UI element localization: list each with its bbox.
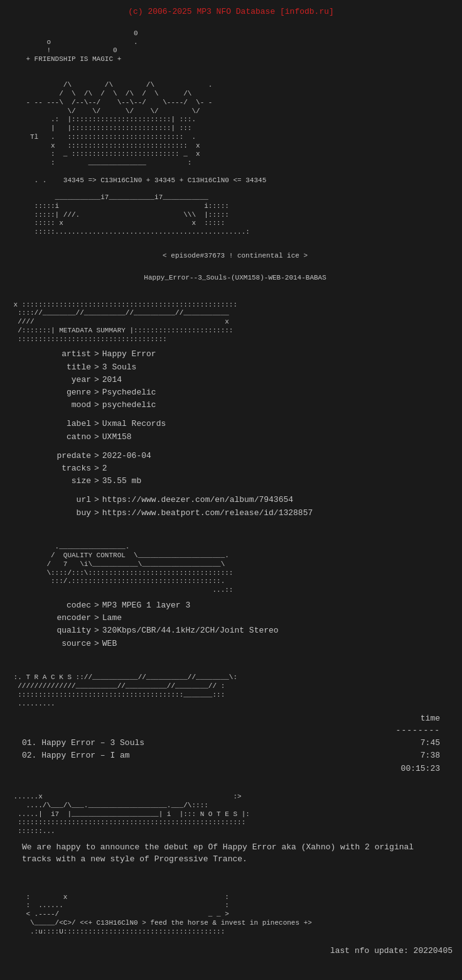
predate-label: predate [28, 450, 91, 462]
track-2-time: 7:38 [402, 750, 440, 761]
url-value: https://www.deezer.com/en/album/7943654 [102, 494, 293, 506]
catno-value: UXM158 [102, 432, 132, 443]
source-value: WEB [102, 638, 117, 650]
metadata-banner-art: x ::::::::::::::::::::::::::::::::::::::… [9, 292, 453, 344]
predate-row: predate > 2022-06-04 [28, 450, 453, 462]
source-label: source [28, 638, 91, 650]
url-label: url [28, 494, 91, 506]
tracks-banner-art: :. T R A C K S :://___________//________… [9, 665, 453, 709]
last-nfo-update: last nfo update: 20220405 [330, 946, 453, 956]
title-label: title [28, 362, 91, 373]
size-value: 35.55 mb [102, 476, 141, 487]
tracks-section: time -------- 01. Happy Error – 3 Souls … [22, 713, 440, 775]
catno-label: catno [28, 432, 91, 443]
footer: last nfo update: 20220405 [9, 945, 453, 957]
release-name: Happy_Error--3_Souls-(UXM158)-WEB-2014-B… [9, 265, 453, 283]
bottom-ascii-art: : x : : ...... : < .----/ _ _ > \_____/<… [9, 885, 453, 937]
encoder-row: encoder > Lame [28, 612, 453, 624]
notes-banner-art: ......x :> ..../\___/\___.______________… [9, 784, 453, 836]
size-label: size [28, 476, 91, 487]
artist-row: artist > Happy Error [28, 349, 453, 360]
notes-text: We are happy to announce the debut ep Of… [22, 841, 440, 866]
year-value: 2014 [102, 374, 122, 386]
tracks-total: 00:15:23 [401, 763, 440, 775]
quality-banner-art: .________________. / QUALITY CONTROL \__… [9, 535, 453, 595]
predate-value: 2022-06-04 [102, 450, 151, 462]
label-value: Uxmal Records [102, 418, 166, 430]
episode-line: < episode#37673 ! continental ice > [9, 243, 453, 261]
genre-value: Psychedelic [102, 387, 156, 398]
label-label: label [28, 418, 91, 430]
artist-label: artist [28, 349, 91, 360]
artist-value: Happy Error [102, 349, 156, 360]
tracks-total-row: 00:15:23 [22, 763, 440, 775]
encoder-value: Lame [102, 612, 122, 624]
year-label: year [28, 374, 91, 386]
track-row-1: 01. Happy Error – 3 Souls 7:45 [22, 738, 440, 749]
tracks-time-header: time [22, 713, 440, 724]
quality-detail-label: quality [28, 625, 91, 636]
codec-label: codec [28, 600, 91, 611]
codec-value: MP3 MPEG 1 layer 3 [102, 600, 190, 611]
genre-label: genre [28, 387, 91, 398]
buy-label: buy [28, 508, 91, 519]
quality-section: codec > MP3 MPEG 1 layer 3 encoder > Lam… [28, 600, 453, 650]
source-row: source > WEB [28, 638, 453, 650]
buy-value: https://www.beatport.com/release/id/1328… [102, 508, 313, 519]
mood-value: psychedelic [102, 400, 156, 411]
mood-label: mood [28, 400, 91, 411]
label-row: label > Uxmal Records [28, 418, 453, 430]
title-row: title > 3 Souls [28, 362, 453, 373]
catno-row: catno > UXM158 [28, 432, 453, 443]
tracks-count-row: tracks > 2 [28, 463, 453, 474]
title-value: 3 Souls [102, 362, 137, 373]
encoder-label: encoder [28, 612, 91, 624]
quality-detail-value: 320Kbps/CBR/44.1kHz/2CH/Joint Stereo [102, 625, 279, 636]
mood-row: mood > psychedelic [28, 400, 453, 411]
header-credit: (c) 2006-2025 MP3 NFO Database [infodb.r… [9, 6, 453, 18]
tracks-count-value: 2 [102, 463, 107, 474]
track-row-2: 02. Happy Error – I am 7:38 [22, 750, 440, 761]
metadata-section: artist > Happy Error title > 3 Souls yea… [28, 349, 453, 518]
track-1-info: 01. Happy Error – 3 Souls [22, 738, 144, 749]
tracks-divider: -------- [22, 725, 440, 736]
url-row: url > https://www.deezer.com/en/album/79… [28, 494, 453, 506]
top-ascii-art: 0 o . ! 0 + FRIENDSHIP IS MAGIC + /\ /\ … [9, 21, 453, 237]
size-row: size > 35.55 mb [28, 476, 453, 487]
year-row: year > 2014 [28, 374, 453, 386]
buy-row: buy > https://www.beatport.com/release/i… [28, 508, 453, 519]
quality-detail-row: quality > 320Kbps/CBR/44.1kHz/2CH/Joint … [28, 625, 453, 636]
genre-row: genre > Psychedelic [28, 387, 453, 398]
tracks-count-label: tracks [28, 463, 91, 474]
track-1-time: 7:45 [402, 738, 440, 749]
track-2-info: 02. Happy Error – I am [22, 750, 130, 761]
codec-row: codec > MP3 MPEG 1 layer 3 [28, 600, 453, 611]
